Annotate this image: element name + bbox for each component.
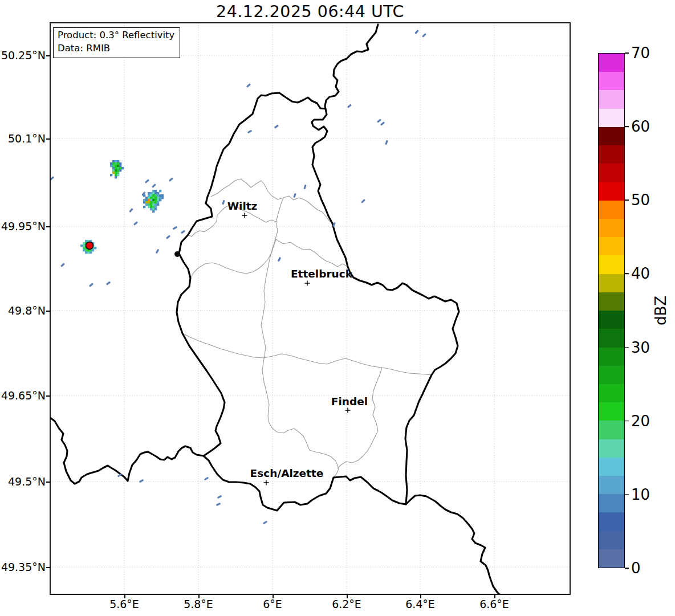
map-canvas	[0, 0, 675, 616]
page-title: 24.12.2025 06:44 UTC	[50, 2, 570, 21]
y-axis-label: 49.95°N	[0, 220, 46, 232]
colorbar-segment	[599, 201, 624, 219]
x-axis-label: 5.8°E	[184, 598, 213, 610]
y-axis-label: 49.5°N	[0, 475, 46, 488]
product-line: Product: 0.3° Reflectivity	[58, 29, 174, 42]
colorbar-tick-label: 0	[631, 560, 641, 577]
colorbar-segment	[599, 127, 624, 145]
colorbar-segment	[599, 219, 624, 237]
colorbar-segment	[599, 90, 624, 108]
colorbar-tick	[625, 199, 629, 201]
x-axis-label: 6.2°E	[332, 598, 361, 610]
radar-site-marker	[86, 242, 93, 250]
colorbar-tick-label: 70	[631, 44, 650, 62]
colorbar-segment	[599, 329, 624, 347]
colorbar-tick-label: 50	[631, 191, 650, 209]
colorbar-segment	[599, 439, 624, 458]
y-axis-label: 49.8°N	[0, 304, 46, 317]
colorbar-segment	[599, 274, 624, 292]
colorbar-unit-label: dBZ	[652, 296, 669, 325]
colorbar-tick	[625, 421, 629, 422]
colorbar-segment	[599, 311, 624, 329]
city-label: Findel	[331, 395, 368, 407]
colorbar-tick-label: 60	[631, 118, 650, 135]
plot-background	[50, 23, 570, 594]
colorbar-segment	[599, 72, 624, 90]
colorbar-tick	[625, 347, 629, 348]
colorbar-tick	[625, 568, 629, 569]
data-source-line: Data: RMIB	[58, 42, 174, 55]
colorbar-tick	[625, 126, 629, 127]
colorbar-tick	[625, 274, 629, 275]
colorbar-segment	[599, 182, 624, 201]
colorbar-segment	[599, 549, 624, 568]
y-axis-tick	[46, 395, 50, 397]
x-axis-label: 6°E	[263, 598, 282, 610]
y-axis-tick	[46, 482, 50, 483]
dark-dot	[174, 251, 180, 257]
colorbar-tick-label: 40	[631, 265, 650, 282]
y-axis-tick	[46, 311, 50, 312]
colorbar-segment	[599, 145, 624, 164]
colorbar-tick-label: 10	[631, 486, 650, 503]
y-axis-tick	[46, 55, 50, 56]
colorbar-segment	[599, 458, 624, 476]
colorbar-segment	[599, 512, 624, 531]
x-axis-label: 5.6°E	[109, 598, 139, 610]
y-axis-label: 49.35°N	[0, 561, 46, 573]
colorbar-tick-label: 30	[631, 339, 650, 356]
product-info-box: Product: 0.3° Reflectivity Data: RMIB	[53, 27, 180, 58]
colorbar-segment	[599, 366, 624, 384]
colorbar	[598, 53, 625, 568]
city-label: Wiltz	[227, 200, 258, 212]
colorbar-tick	[625, 494, 629, 495]
y-axis-tick	[46, 567, 50, 568]
colorbar-segment	[599, 109, 624, 127]
colorbar-segment	[599, 54, 624, 72]
y-axis-tick	[46, 226, 50, 227]
colorbar-segment	[599, 164, 624, 182]
colorbar-segment	[599, 255, 624, 274]
colorbar-tick-label: 20	[631, 413, 650, 430]
colorbar-segment	[599, 348, 624, 366]
colorbar-segment	[599, 531, 624, 549]
colorbar-segment	[599, 421, 624, 439]
colorbar-segment	[599, 384, 624, 402]
y-axis-label: 50.1°N	[0, 132, 46, 145]
city-label: Ettelbruck	[291, 268, 352, 280]
x-axis-label: 6.6°E	[479, 598, 509, 610]
colorbar-segment	[599, 476, 624, 494]
colorbar-segment	[599, 237, 624, 255]
y-axis-label: 50.25°N	[0, 49, 46, 62]
colorbar-segment	[599, 292, 624, 311]
x-axis-label: 6.4°E	[405, 598, 435, 610]
y-axis-tick	[46, 138, 50, 140]
city-label: Esch/Alzette	[250, 467, 324, 479]
colorbar-segment	[599, 494, 624, 512]
radar-map-page: 24.12.2025 06:44 UTC Product: 0.3° Refle…	[0, 0, 675, 616]
colorbar-segment	[599, 402, 624, 421]
colorbar-tick	[625, 52, 629, 54]
y-axis-label: 49.65°N	[0, 389, 46, 402]
